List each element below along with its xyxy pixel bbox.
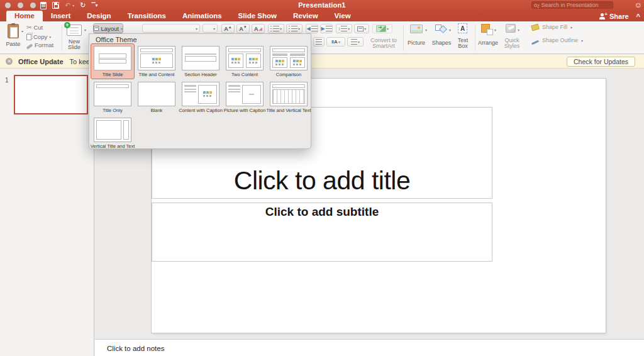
- collapse-ribbon-icon[interactable]: ^: [636, 13, 640, 20]
- align-text-button[interactable]: ▾: [347, 37, 364, 47]
- notes-pane[interactable]: Click to add notes: [95, 339, 644, 356]
- shapes-dropdown-icon[interactable]: ▾: [449, 28, 451, 32]
- new-slide-button-label[interactable]: New Slide: [63, 39, 86, 50]
- decrease-indent-button[interactable]: ◀: [306, 24, 318, 33]
- share-area[interactable]: Share ^: [599, 11, 640, 21]
- text-box-icon[interactable]: A: [458, 23, 467, 33]
- layout-option-title-vertical[interactable]: Title and Vertical Text: [267, 79, 311, 115]
- convert-smartart-button[interactable]: ▾: [372, 24, 392, 33]
- plus-icon: +: [64, 22, 70, 28]
- new-slide-icon[interactable]: +: [67, 25, 82, 36]
- cut-icon: ✂: [26, 24, 31, 31]
- tab-design[interactable]: Design: [79, 11, 119, 21]
- cut-button[interactable]: ✂Cut: [26, 24, 43, 31]
- tab-review[interactable]: Review: [285, 11, 326, 21]
- tab-slide-show[interactable]: Slide Show: [230, 11, 285, 21]
- feedback-smiley-icon[interactable]: ☺: [635, 1, 642, 9]
- quick-styles-button-label[interactable]: Quick Styles: [501, 38, 523, 49]
- paste-icon[interactable]: [8, 24, 19, 38]
- layout-thumbnail: [270, 82, 308, 106]
- arrange-dropdown-icon[interactable]: ▾: [494, 28, 496, 32]
- font-name-combo[interactable]: ▾: [142, 24, 200, 33]
- tab-view[interactable]: View: [326, 11, 359, 21]
- font-size-combo[interactable]: ▾: [203, 24, 218, 33]
- arrange-button-label[interactable]: Arrange: [477, 40, 499, 46]
- tab-insert[interactable]: Insert: [43, 11, 79, 21]
- format-painter-icon: [26, 43, 33, 49]
- format-painter-button[interactable]: Format: [26, 42, 53, 48]
- layout-thumbnail: [138, 46, 175, 70]
- justify-button[interactable]: [313, 37, 325, 47]
- powerpoint-window: ↶▾ ↻ ▔▾ Presentation1 ▾ Search in Presen…: [0, 0, 644, 356]
- columns-button[interactable]: ▾: [354, 24, 369, 33]
- text-box-button-label[interactable]: Text Box: [454, 38, 472, 49]
- layout-option-blank[interactable]: Blank: [135, 79, 179, 115]
- layout-option-title-only[interactable]: Title Only: [91, 79, 135, 115]
- close-notification-icon[interactable]: ✕: [6, 58, 13, 65]
- shape-fill-button[interactable]: Shape Fill▾: [531, 25, 572, 30]
- subtitle-placeholder[interactable]: Click to add subtitle: [152, 203, 492, 262]
- shape-fill-icon: [531, 24, 540, 31]
- smartart-icon: [376, 25, 386, 32]
- share-button[interactable]: Share: [609, 13, 629, 20]
- numbering-button[interactable]: ▾: [286, 24, 303, 33]
- text-direction-button[interactable]: ‖A▾: [326, 37, 345, 47]
- picture-dropdown-icon[interactable]: ▾: [425, 28, 427, 32]
- title-bar: ↶▾ ↻ ▔▾ Presentation1 ▾ Search in Presen…: [0, 0, 644, 11]
- decrease-font-size-button[interactable]: A▼: [236, 24, 250, 33]
- new-slide-dropdown-icon[interactable]: ▾: [84, 28, 86, 32]
- line-spacing-button[interactable]: ↕▾: [336, 24, 352, 33]
- layout-option-label: Title and Content: [139, 72, 175, 77]
- paste-button-label[interactable]: Paste: [4, 42, 23, 47]
- layout-option-label: Section Header: [184, 72, 217, 77]
- layout-option-title-slide[interactable]: Title Slide: [91, 43, 135, 79]
- tab-transitions[interactable]: Transitions: [119, 11, 174, 21]
- layout-button[interactable]: Layout▾: [93, 23, 123, 33]
- layout-thumbnail: [94, 46, 131, 70]
- increase-indent-button[interactable]: ▶: [320, 24, 333, 33]
- notification-title: Office Update: [18, 58, 64, 65]
- bullets-button[interactable]: ▾: [268, 24, 284, 33]
- layout-option-label: Title and Vertical Text: [267, 108, 311, 113]
- quick-styles-icon[interactable]: [506, 24, 516, 33]
- share-person-icon: [599, 13, 607, 19]
- shapes-icon[interactable]: [435, 24, 448, 34]
- layout-option-comparison[interactable]: Comparison: [267, 43, 311, 79]
- clear-formatting-button[interactable]: A◢: [252, 24, 265, 33]
- layout-option-label: Vertical Title and Text: [91, 144, 135, 149]
- picture-icon[interactable]: [410, 25, 423, 33]
- layout-option-label: Two Content: [231, 72, 258, 77]
- subtitle-placeholder-text: Click to add subtitle: [265, 205, 379, 218]
- paste-dropdown-icon[interactable]: ▾: [21, 29, 23, 33]
- slide-thumbnail[interactable]: [14, 75, 88, 114]
- layout-thumbnail: [226, 46, 264, 70]
- layout-option-two-content[interactable]: Two Content: [223, 43, 267, 79]
- slide-number: 1: [5, 77, 9, 84]
- layout-thumbnail: [182, 82, 219, 106]
- layout-option-label: Title Only: [103, 108, 122, 113]
- check-for-updates-button[interactable]: Check for Updates: [567, 57, 635, 67]
- tab-home[interactable]: Home: [6, 11, 43, 21]
- search-input[interactable]: ▾ Search in Presentation: [531, 1, 613, 9]
- copy-button[interactable]: Copy▾: [26, 33, 51, 40]
- convert-smartart-label[interactable]: Convert to SmartArt: [366, 38, 401, 49]
- layout-option-label: Blank: [151, 108, 163, 113]
- layout-option-vertical-title[interactable]: Vertical Title and Text: [91, 115, 135, 151]
- layout-option-section-header[interactable]: Section Header: [179, 43, 223, 79]
- layout-option-content-caption[interactable]: Content with Caption: [179, 79, 223, 115]
- picture-button-label[interactable]: Picture: [404, 40, 429, 46]
- shape-outline-button[interactable]: Shape Outline▾: [531, 38, 583, 43]
- search-icon: [534, 4, 537, 7]
- arrange-icon[interactable]: [481, 24, 492, 34]
- layout-menu-grid: Title SlideTitle and ContentSection Head…: [91, 43, 311, 151]
- layout-icon: [94, 26, 99, 31]
- increase-font-size-button[interactable]: A▲: [221, 24, 235, 33]
- layout-thumbnail: [270, 46, 308, 70]
- layout-option-picture-caption[interactable]: Picture with Caption: [223, 79, 267, 115]
- layout-option-title-content[interactable]: Title and Content: [135, 43, 179, 79]
- quick-styles-dropdown-icon[interactable]: ▾: [518, 28, 519, 32]
- search-placeholder: Search in Presentation: [541, 2, 599, 8]
- tab-animations[interactable]: Animations: [174, 11, 230, 21]
- shapes-button-label[interactable]: Shapes: [430, 40, 453, 46]
- layout-thumbnail: [226, 82, 264, 106]
